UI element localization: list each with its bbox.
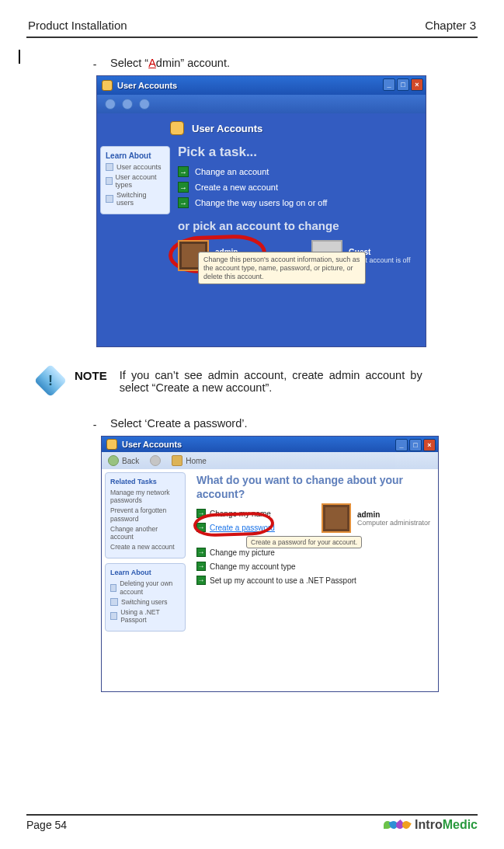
related-tasks-title: Related Tasks <box>110 478 180 485</box>
help-icon <box>110 584 116 592</box>
back-button[interactable] <box>105 99 116 110</box>
note-block: ! NOTE If you can’t see admin account, c… <box>42 364 476 394</box>
learn-item[interactable]: Deleting your own account <box>110 579 180 595</box>
note-label: NOTE <box>75 364 107 382</box>
window-titlebar: User Accounts _ □ × <box>97 76 426 95</box>
header-rule <box>26 37 478 38</box>
learn-item[interactable]: User account types <box>106 173 165 189</box>
forward-button[interactable] <box>122 99 133 110</box>
brand-logo: IntroMedic <box>384 818 478 832</box>
note-text: If you can’t see admin account, create a… <box>120 364 422 394</box>
screenshot-user-accounts-home: User Accounts _ □ × User Accounts <box>96 75 426 347</box>
home-icon <box>172 455 182 466</box>
help-icon <box>110 598 118 606</box>
app-icon <box>102 80 113 91</box>
question-heading: What do you want to change about your ac… <box>196 474 429 501</box>
related-item[interactable]: Manage my network passwords <box>110 489 180 504</box>
account-subtitle: Computer administrator <box>357 519 430 527</box>
bullet-dash: - <box>92 57 98 71</box>
screenshot-user-account-detail: User Accounts _ □ × Back Home Related Ta… <box>101 436 439 692</box>
task-logon-options[interactable]: →Change the way users log on or off <box>178 197 426 208</box>
back-icon <box>108 455 119 466</box>
app-icon <box>106 439 117 450</box>
learn-about-title: Learn About <box>110 569 180 576</box>
navigation-toolbar <box>97 95 426 113</box>
step-create-password: - Select ‘Create a password’. <box>92 417 476 431</box>
learn-item[interactable]: Switching users <box>110 598 180 606</box>
related-item[interactable]: Create a new account <box>110 543 180 551</box>
header-right: Chapter 3 <box>425 19 476 32</box>
account-picture <box>322 503 351 533</box>
main-panel: What do you want to change about your ac… <box>189 469 438 639</box>
forward-icon <box>150 455 161 466</box>
arrow-icon: → <box>196 548 206 557</box>
attention-icon: ! <box>34 364 67 397</box>
current-user-badge: admin Computer administrator <box>322 503 430 533</box>
window-titlebar: User Accounts _ □ × <box>102 437 438 452</box>
arrow-icon: → <box>178 197 189 208</box>
highlight-circle <box>193 511 275 538</box>
page-header: Product Installation Chapter 3 <box>26 19 478 35</box>
learn-item[interactable]: Switching users <box>106 191 165 207</box>
users-icon <box>170 121 184 135</box>
tooltip: Change this person's account information… <box>198 252 366 284</box>
or-pick-heading: or pick an account to change <box>178 219 426 232</box>
window-title: User Accounts <box>117 81 177 90</box>
step-select-admin: - Select “Admin” account. <box>92 57 476 71</box>
header-left: Product Installation <box>28 19 127 32</box>
main-panel: Pick a task... →Change an account →Creat… <box>173 143 426 351</box>
step-text: Select “Admin” account. <box>110 57 230 69</box>
minimize-button[interactable]: _ <box>395 439 408 451</box>
help-icon <box>106 195 113 203</box>
page-number: Page 54 <box>26 819 67 831</box>
option-change-type[interactable]: →Change my account type <box>196 562 429 571</box>
step-text: Select ‘Create a password’. <box>110 417 248 430</box>
related-item[interactable]: Prevent a forgotten password <box>110 506 180 522</box>
home-button[interactable] <box>139 99 150 110</box>
learn-item[interactable]: User accounts <box>106 163 165 171</box>
maximize-button[interactable]: □ <box>397 78 409 91</box>
learn-about-title: Learn About <box>106 151 165 160</box>
sidebar: Related Tasks Manage my network password… <box>102 469 189 639</box>
window-title: User Accounts <box>122 440 182 449</box>
content-header: User Accounts <box>97 113 426 143</box>
arrow-icon: → <box>196 576 206 585</box>
bullet-dash: - <box>92 417 98 431</box>
close-button[interactable]: × <box>411 78 423 91</box>
navigation-toolbar: Back Home <box>102 452 438 469</box>
option-change-picture[interactable]: →Change my picture <box>196 548 429 557</box>
help-icon <box>106 163 113 171</box>
page-footer: Page 54 IntroMedic <box>26 814 478 832</box>
maximize-button[interactable]: □ <box>409 439 422 451</box>
change-bar <box>19 50 20 64</box>
back-button[interactable]: Back <box>108 455 139 466</box>
learn-item[interactable]: Using a .NET Passport <box>110 608 180 624</box>
task-create-account[interactable]: →Create a new account <box>178 182 426 193</box>
minimize-button[interactable]: _ <box>383 78 395 91</box>
arrow-icon: → <box>178 182 189 193</box>
related-item[interactable]: Change another account <box>110 525 180 541</box>
footer-rule <box>26 814 478 816</box>
arrow-icon: → <box>178 166 189 177</box>
close-button[interactable]: × <box>423 439 436 451</box>
home-button[interactable]: Home <box>172 455 207 466</box>
sidebar-learn-about: Learn About User accounts User account t… <box>97 143 173 351</box>
task-change-account[interactable]: →Change an account <box>178 166 426 177</box>
arrow-icon: → <box>196 562 206 571</box>
pick-a-task-heading: Pick a task... <box>178 144 426 160</box>
account-name: admin <box>357 510 430 519</box>
option-net-passport[interactable]: →Set up my account to use a .NET Passpor… <box>196 576 429 585</box>
help-icon <box>110 612 117 620</box>
help-icon <box>106 177 113 185</box>
tooltip: Create a password for your account. <box>246 536 362 548</box>
forward-button[interactable] <box>150 455 161 466</box>
content-title: User Accounts <box>192 123 262 134</box>
